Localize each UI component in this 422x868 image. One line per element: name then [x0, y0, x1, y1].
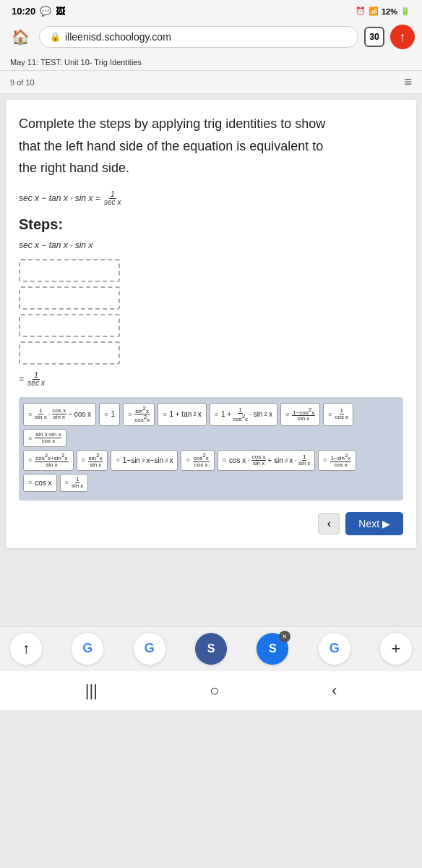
chat-icon: 💬 — [40, 6, 51, 17]
tile-cosx-cosx-sinx-sin2[interactable]: ≡ cos x · cos xsin x + sin2x · 1sin x — [218, 450, 316, 471]
bottom-spacer — [0, 554, 422, 626]
steps-label: Steps: — [19, 216, 403, 233]
back-arrow-button[interactable]: ‹ — [318, 513, 340, 535]
tiles-row-1: ≡ 1sin x · cos xsin x − cos x ≡ 1 ≡ sin2… — [23, 403, 399, 447]
tile-cos2-sin2-sinx[interactable]: ≡ cos2x+sin2xsin x — [23, 450, 74, 471]
tab-badge[interactable]: 30 — [364, 27, 384, 47]
status-left: 10:20 💬 🖼 — [12, 6, 65, 17]
signal-icon: 📶 — [369, 7, 379, 16]
step-box-2[interactable] — [19, 286, 120, 310]
battery-text: 12% — [382, 7, 397, 16]
tile-cosx[interactable]: ≡ cos x — [23, 474, 57, 492]
dock-s-active[interactable]: S ✕ — [257, 633, 288, 665]
next-button[interactable]: Next ▶ — [345, 512, 403, 535]
tile-sinx-sinx-cosx[interactable]: ≡ sin x·sin xcos x — [23, 429, 66, 447]
dock-google-2[interactable]: G — [134, 633, 165, 665]
question-text: Complete the steps by applying trig iden… — [19, 113, 403, 179]
home-button[interactable]: 🏠 — [7, 24, 33, 50]
step-box-1[interactable] — [19, 259, 120, 282]
url-bar[interactable]: 🔒 illeenisd.schoology.com — [39, 26, 358, 48]
equation-display: sec x − tan x · sin x = 1sec x — [19, 191, 403, 206]
lock-icon: 🔒 — [50, 32, 61, 42]
tile-1-cos2-sinx[interactable]: ≡ 1−cos2xsin x — [280, 403, 320, 426]
tile-1-cosx[interactable]: ≡ 1cos x — [323, 403, 353, 426]
tile-sin2-sinx[interactable]: ≡ sin2xsin x — [77, 450, 108, 471]
tile-1/sinx-cosx[interactable]: ≡ 1sin x · cos xsin x − cos x — [23, 403, 96, 426]
system-home-button[interactable]: ○ — [210, 681, 219, 700]
upload-button[interactable]: ↑ — [390, 25, 415, 49]
breadcrumb: May 11: TEST: Unit 10- Trig Identities — [0, 54, 422, 71]
step-start-expression: sec x − tan x · sin x — [19, 240, 403, 250]
tile-1-sinx[interactable]: ≡ 1sin x — [60, 474, 89, 492]
system-nav: ||| ○ ‹ — [0, 671, 422, 710]
progress-text: 9 of 10 — [10, 78, 35, 87]
url-text: illeenisd.schoology.com — [65, 31, 171, 43]
main-content: Complete the steps by applying trig iden… — [6, 100, 416, 548]
dock-up-button[interactable]: ↑ — [10, 633, 42, 665]
system-menu-button[interactable]: ||| — [85, 681, 98, 700]
dock-google-1[interactable]: G — [72, 633, 103, 665]
dock-add-button[interactable]: + — [380, 633, 412, 665]
system-back-button[interactable]: ‹ — [332, 681, 337, 700]
tile-1-tan2x[interactable]: ≡ 1 + tan2x — [158, 403, 207, 426]
time: 10:20 — [12, 6, 35, 17]
step-boxes — [19, 259, 403, 365]
image-icon: 🖼 — [56, 6, 65, 17]
step-box-4[interactable] — [19, 341, 120, 365]
status-bar: 10:20 💬 🖼 ⏰ 📶 12% 🔋 — [0, 0, 422, 20]
tile-sin2-cos2[interactable]: ≡ sin2xcos2x — [123, 403, 155, 426]
tiles-row-3: ≡ cos x ≡ 1sin x — [23, 474, 399, 492]
nav-bar: 🏠 🔒 illeenisd.schoology.com 30 ↑ — [0, 20, 422, 54]
dock-s-1[interactable]: S — [195, 633, 227, 665]
status-right: ⏰ 📶 12% 🔋 — [356, 7, 410, 16]
battery-icon: 🔋 — [400, 7, 410, 16]
dock-google-3[interactable]: G — [319, 633, 350, 665]
close-badge: ✕ — [279, 631, 290, 642]
tiles-row-2: ≡ cos2x+sin2xsin x ≡ sin2xsin x ≡ 1−sin2… — [23, 450, 399, 471]
progress-bar: 9 of 10 ≡ — [0, 71, 422, 94]
nav-buttons: ‹ Next ▶ — [19, 508, 403, 538]
alarm-icon: ⏰ — [356, 7, 366, 16]
step-box-3[interactable] — [19, 314, 120, 337]
tile-1-sin2-sin2[interactable]: ≡ 1−sin2x−sin2x — [111, 450, 178, 471]
tile-1-1cos2-sin2[interactable]: ≡ 1 + 1cos2x · sin2x — [210, 403, 277, 426]
bottom-dock: ↑ G G S S ✕ G + — [0, 626, 422, 671]
equals-end: = 1sec x — [19, 372, 403, 387]
tiles-section: ≡ 1sin x · cos xsin x − cos x ≡ 1 ≡ sin2… — [19, 397, 403, 501]
menu-icon[interactable]: ≡ — [404, 75, 412, 90]
tile-cos2-cosx[interactable]: ≡ cos2xcos x — [181, 450, 214, 471]
tile-1-sin2-cosx[interactable]: ≡ 1−sin2xcos x — [318, 450, 356, 471]
tile-equiv-1[interactable]: ≡ 1 — [99, 403, 120, 426]
